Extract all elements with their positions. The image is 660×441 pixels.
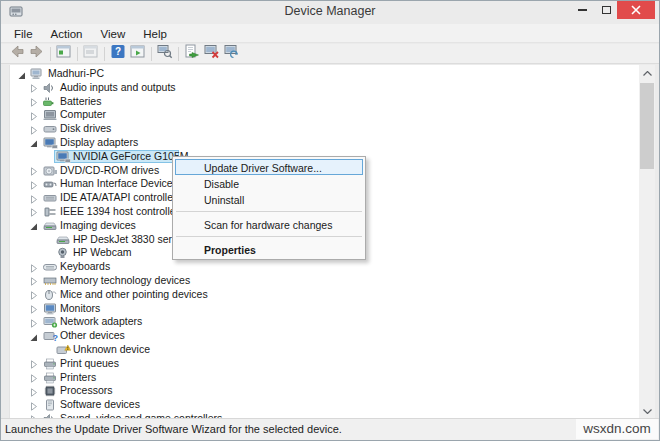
back-icon xyxy=(9,44,25,63)
network-icon xyxy=(43,316,58,328)
expander-expanded-icon[interactable] xyxy=(30,332,38,341)
tree-item-keyboards[interactable]: Keyboards xyxy=(10,260,639,274)
forward-icon xyxy=(29,44,45,63)
context-menu-item-scan-for-hardware-changes[interactable]: Scan for hardware changes xyxy=(175,216,363,232)
toolbar: ? xyxy=(1,44,659,64)
context-menu: Update Driver Software...DisableUninstal… xyxy=(172,156,366,260)
expander-collapsed-icon[interactable] xyxy=(30,111,38,120)
tree-item-network-adapters[interactable]: Network adapters xyxy=(10,315,639,329)
context-menu-item-update-driver-software[interactable]: Update Driver Software... xyxy=(175,159,363,175)
back-button[interactable] xyxy=(7,45,27,62)
properties-icon xyxy=(83,44,99,63)
tree-item-display-adapters[interactable]: Display adapters xyxy=(10,136,639,150)
expander-collapsed-icon[interactable] xyxy=(30,359,38,368)
expander-expanded-icon[interactable] xyxy=(18,70,26,79)
context-menu-item-properties[interactable]: Properties xyxy=(175,241,363,257)
tree-item-monitors[interactable]: Monitors xyxy=(10,302,639,316)
expander-expanded-icon[interactable] xyxy=(30,138,38,147)
expander-collapsed-icon[interactable] xyxy=(30,401,38,410)
imaging-icon xyxy=(56,234,71,246)
close-button[interactable] xyxy=(617,1,655,19)
tree-item-label: HP DeskJet 3830 series xyxy=(73,233,185,247)
menu-action[interactable]: Action xyxy=(42,26,92,40)
vertical-scrollbar[interactable] xyxy=(639,65,655,419)
memory-icon xyxy=(43,275,58,287)
uninstall-button[interactable] xyxy=(202,45,222,62)
tree-item-computer[interactable]: Computer xyxy=(10,108,639,122)
tree-item-mice-and-other-pointing-devices[interactable]: Mice and other pointing devices xyxy=(10,288,639,302)
other-device-icon: ? xyxy=(43,330,58,342)
menu-help[interactable]: Help xyxy=(134,26,176,40)
menu-bar: FileActionViewHelp xyxy=(1,24,659,43)
tree-item-audio-inputs-and-outputs[interactable]: Audio inputs and outputs xyxy=(10,81,639,95)
expander-collapsed-icon[interactable] xyxy=(30,263,38,272)
scan-hardware-changes-button[interactable] xyxy=(222,45,242,62)
unknown-device-icon xyxy=(56,344,71,356)
context-menu-separator xyxy=(173,207,365,216)
tree-item-disk-drives[interactable]: Disk drives xyxy=(10,122,639,136)
expander-expanded-icon[interactable] xyxy=(30,221,38,230)
minimize-button[interactable] xyxy=(571,1,593,19)
expander-collapsed-icon[interactable] xyxy=(30,207,38,216)
keyboard-icon xyxy=(43,261,58,273)
tree-item-label: Batteries xyxy=(60,95,101,109)
expander-collapsed-icon[interactable] xyxy=(30,387,38,396)
context-menu-item-uninstall[interactable]: Uninstall xyxy=(175,191,363,207)
expander-collapsed-icon[interactable] xyxy=(30,276,38,285)
mouse-icon xyxy=(43,289,58,301)
menu-file[interactable]: File xyxy=(5,26,42,40)
window-title: Device Manager xyxy=(1,4,659,18)
expander-collapsed-icon[interactable] xyxy=(30,180,38,189)
tree-item-other-devices[interactable]: ?Other devices xyxy=(10,329,639,343)
tree-item-unknown-device[interactable]: Unknown device xyxy=(10,343,639,357)
scroll-up-button[interactable] xyxy=(639,65,655,81)
maximize-button[interactable] xyxy=(595,1,617,19)
toolbar-separator xyxy=(50,47,51,61)
tree-item-label: Print queues xyxy=(60,357,119,371)
update-driver-button[interactable] xyxy=(182,45,202,62)
laptop-icon xyxy=(43,109,58,121)
help-button[interactable]: ? xyxy=(108,45,128,62)
expander-collapsed-icon[interactable] xyxy=(30,125,38,134)
battery-icon xyxy=(43,96,58,108)
context-menu-item-disable[interactable]: Disable xyxy=(175,175,363,191)
tree-item-madhuri-pc[interactable]: Madhuri-PC xyxy=(10,67,639,81)
hid-icon xyxy=(43,178,58,190)
expander-collapsed-icon[interactable] xyxy=(30,373,38,382)
toolbar-separator xyxy=(77,47,78,61)
speaker-icon xyxy=(43,82,58,94)
scrollbar-thumb[interactable] xyxy=(640,83,654,169)
tree-item-label: Memory technology devices xyxy=(60,274,190,288)
status-bar: Launches the Update Driver Software Wiza… xyxy=(1,418,659,440)
properties-button[interactable] xyxy=(81,45,101,62)
printer-icon xyxy=(43,358,58,370)
scroll-down-button[interactable] xyxy=(639,403,655,419)
action-pane-button[interactable] xyxy=(128,45,148,62)
tree-item-memory-technology-devices[interactable]: Memory technology devices xyxy=(10,274,639,288)
expander-collapsed-icon[interactable] xyxy=(30,318,38,327)
tree-item-processors[interactable]: Processors xyxy=(10,384,639,398)
expander-collapsed-icon[interactable] xyxy=(30,97,38,106)
disk-icon xyxy=(43,123,58,135)
tree-item-label: Disk drives xyxy=(60,122,111,136)
expander-collapsed-icon[interactable] xyxy=(30,290,38,299)
context-menu-separator xyxy=(173,232,365,241)
ide-icon xyxy=(43,192,58,204)
expander-collapsed-icon[interactable] xyxy=(30,304,38,313)
webcam-icon xyxy=(56,247,71,259)
tree-item-label: Other devices xyxy=(60,329,125,343)
expander-collapsed-icon[interactable] xyxy=(30,166,38,175)
devices-button[interactable] xyxy=(155,45,175,62)
tree-item-print-queues[interactable]: Print queues xyxy=(10,357,639,371)
show-console-tree-button[interactable] xyxy=(54,45,74,62)
tree-item-batteries[interactable]: Batteries xyxy=(10,95,639,109)
menu-view[interactable]: View xyxy=(92,26,135,40)
monitor-icon xyxy=(43,303,58,315)
tree-item-label: Processors xyxy=(60,384,113,398)
title-bar: Device Manager xyxy=(1,1,659,24)
tree-item-software-devices[interactable]: Software devices xyxy=(10,398,639,412)
expander-collapsed-icon[interactable] xyxy=(30,194,38,203)
expander-collapsed-icon[interactable] xyxy=(30,83,38,92)
tree-item-printers[interactable]: Printers xyxy=(10,371,639,385)
forward-button[interactable] xyxy=(27,45,47,62)
